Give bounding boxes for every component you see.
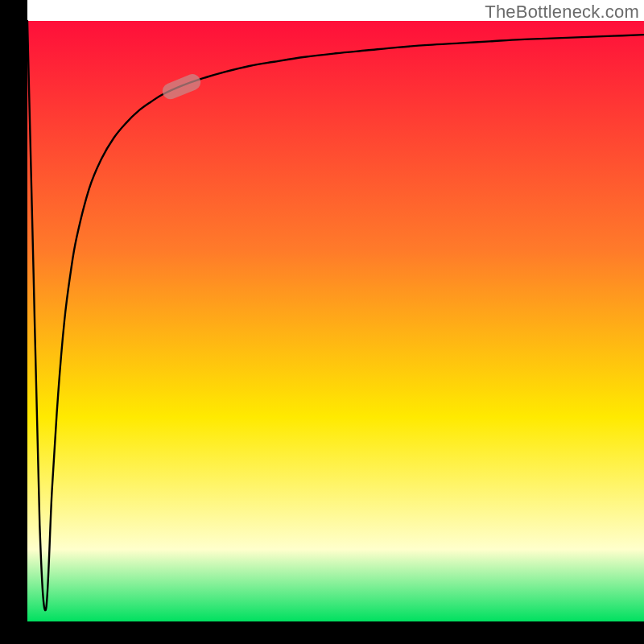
watermark-text: TheBottleneck.com: [485, 2, 639, 23]
x-axis-bar: [0, 621, 644, 644]
y-axis-bar: [0, 0, 27, 644]
chart-container: TheBottleneck.com: [0, 0, 644, 644]
plot-background: [27, 21, 644, 621]
bottleneck-chart: [0, 0, 644, 644]
